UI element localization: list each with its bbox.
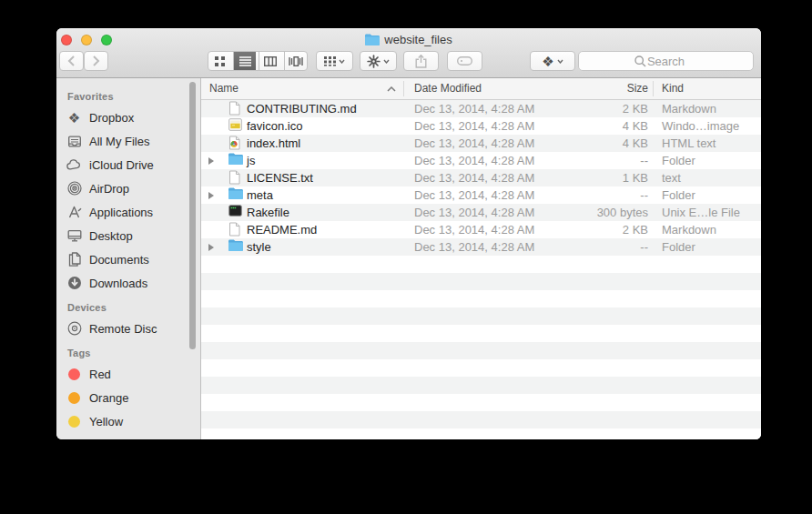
sidebar-item-label: Dropbox [89, 111, 134, 125]
table-row[interactable]: metaDec 13, 2014, 4:28 AM--Folder [201, 186, 761, 204]
disclosure-triangle-icon[interactable] [208, 157, 214, 165]
dropbox-menu-button[interactable]: ❖ [530, 51, 575, 71]
table-row[interactable]: index.htmlDec 13, 2014, 4:28 AM4 KBHTML … [201, 135, 761, 152]
sidebar-item-remote-disc[interactable]: Remote Disc [56, 317, 200, 340]
folder-icon [228, 153, 243, 167]
column-header-size[interactable]: Size [538, 78, 648, 99]
file-size: -- [538, 186, 648, 204]
column-header-date[interactable]: Date Modified [414, 78, 482, 99]
back-button[interactable] [59, 51, 84, 71]
file-kind: Folder [662, 186, 695, 204]
file-name: Rakefile [247, 204, 289, 221]
list-header: Name Date Modified Size Kind [201, 78, 761, 100]
coverflow-view-button[interactable] [284, 52, 307, 70]
table-row[interactable]: README.mdDec 13, 2014, 4:28 AM2 KBMarkdo… [201, 221, 761, 238]
tag-icon [66, 390, 83, 406]
column-divider[interactable] [403, 81, 404, 96]
sidebar-item-label: Yellow [89, 415, 123, 428]
sidebar-item-desktop[interactable]: Desktop [56, 224, 200, 247]
sidebar-item-dropbox[interactable]: ❖Dropbox [56, 106, 200, 129]
share-button[interactable] [403, 51, 439, 71]
table-row[interactable]: styleDec 13, 2014, 4:28 AM--Folder [201, 238, 761, 256]
window-title-text: website_files [384, 33, 452, 46]
column-divider[interactable] [653, 81, 654, 96]
sidebar-item-label: Applications [89, 206, 153, 219]
file-name: favicon.ico [247, 117, 302, 135]
sidebar-item-label: Orange [89, 391, 128, 405]
chevron-down-icon [557, 59, 563, 64]
table-row[interactable]: CONTRIBUTING.mdDec 13, 2014, 4:28 AM2 KB… [201, 100, 761, 117]
search-input[interactable] [579, 52, 753, 70]
file-name: index.html [247, 135, 300, 152]
action-menu-button[interactable] [360, 51, 397, 71]
sidebar-scrollbar[interactable] [189, 82, 196, 349]
file-date: Dec 13, 2014, 4:28 AM [414, 204, 534, 221]
sidebar-item-label: iCloud Drive [89, 158, 154, 172]
file-size: 4 KB [538, 135, 648, 152]
sidebar-item-label: Red [89, 368, 111, 381]
tag-icon [66, 367, 83, 382]
column-header-kind[interactable]: Kind [662, 78, 684, 99]
coverflow-view-icon [289, 56, 303, 66]
column-header-name[interactable]: Name [209, 78, 239, 99]
icloud-icon [66, 157, 83, 173]
file-kind: text [662, 169, 681, 186]
file-date: Dec 13, 2014, 4:28 AM [414, 100, 534, 117]
table-row[interactable]: favicon.icoDec 13, 2014, 4:28 AM4 KBWind… [201, 117, 761, 135]
list-view-button[interactable] [233, 52, 256, 70]
tag-icon [457, 56, 472, 66]
sidebar-item-label: AirDrop [89, 182, 129, 196]
table-row[interactable]: jsDec 13, 2014, 4:28 AM--Folder [201, 152, 761, 169]
file-date: Dec 13, 2014, 4:28 AM [414, 221, 534, 238]
file-size: 300 bytes [538, 204, 648, 221]
sidebar-item-label: Remote Disc [89, 322, 157, 336]
sidebar-item-label: Documents [89, 253, 149, 267]
dropbox-icon: ❖ [542, 55, 553, 68]
sidebar-item-label: All My Files [89, 135, 149, 148]
file-name: meta [247, 186, 273, 204]
icon-view-button[interactable] [208, 52, 230, 70]
file-date: Dec 13, 2014, 4:28 AM [414, 152, 534, 169]
file-name: CONTRIBUTING.md [247, 100, 357, 117]
file-size: 4 KB [538, 117, 648, 135]
file-name: style [247, 238, 271, 256]
disclosure-triangle-icon[interactable] [208, 192, 214, 199]
table-row[interactable]: LICENSE.txtDec 13, 2014, 4:28 AM1 KBtext [201, 169, 761, 186]
file-size: 2 KB [538, 221, 648, 238]
sidebar-item-all-my-files[interactable]: All My Files [56, 129, 200, 153]
sidebar-item-downloads[interactable]: Downloads [56, 271, 200, 295]
tag-icon [66, 414, 83, 429]
toolbar: website_files [56, 28, 761, 78]
file-rows: CONTRIBUTING.mdDec 13, 2014, 4:28 AM2 KB… [201, 100, 761, 439]
sidebar: Favorites❖DropboxAll My FilesiCloud Driv… [56, 78, 201, 439]
documents-icon [66, 252, 83, 267]
disclosure-triangle-icon[interactable] [208, 244, 214, 251]
sidebar-section-label: Favorites [67, 91, 200, 102]
arrange-icon [324, 56, 336, 66]
file-size: -- [538, 152, 648, 169]
dropbox-icon: ❖ [66, 110, 83, 126]
applications-icon [66, 205, 83, 220]
sidebar-section-label: Tags [67, 348, 200, 358]
sidebar-item-documents[interactable]: Documents [56, 247, 200, 271]
image-icon [228, 118, 243, 133]
chevron-down-icon [339, 59, 345, 64]
table-row[interactable]: RakefileDec 13, 2014, 4:28 AM300 bytesUn… [201, 204, 761, 221]
sidebar-item-yellow[interactable]: Yellow [56, 409, 200, 433]
file-name: js [247, 152, 255, 169]
search-field[interactable] [578, 51, 754, 71]
arrange-menu-button[interactable] [316, 51, 353, 71]
sidebar-item-applications[interactable]: Applications [56, 200, 200, 224]
window-title: website_files [56, 33, 761, 46]
tag-button[interactable] [447, 51, 482, 71]
sidebar-item-orange[interactable]: Orange [56, 386, 200, 409]
sidebar-item-icloud-drive[interactable]: iCloud Drive [56, 153, 200, 176]
all-my-files-icon [66, 134, 83, 149]
column-view-button[interactable] [259, 52, 281, 70]
file-kind: Windo…image [662, 117, 739, 135]
sidebar-item-red[interactable]: Red [56, 362, 200, 386]
file-kind: Folder [662, 238, 695, 256]
forward-button[interactable] [84, 51, 108, 71]
sidebar-item-airdrop[interactable]: AirDrop [56, 176, 200, 200]
file-date: Dec 13, 2014, 4:28 AM [414, 135, 534, 152]
